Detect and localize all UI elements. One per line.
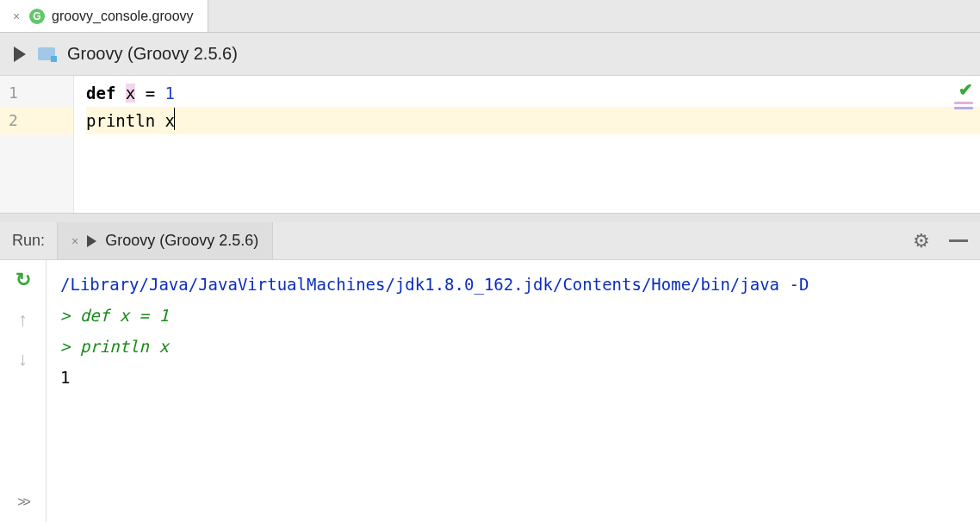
text-cursor: [174, 108, 175, 130]
file-tab-title: groovy_console.groovy: [52, 9, 194, 24]
close-tab-icon[interactable]: ×: [10, 9, 22, 23]
checkmark-icon: ✔: [958, 80, 973, 99]
line-gutter: 1 2: [0, 76, 74, 213]
gear-icon[interactable]: ⚙: [913, 230, 930, 252]
code-line[interactable]: def x = 1: [86, 79, 980, 107]
panel-separator[interactable]: [0, 214, 980, 222]
code-line[interactable]: println x: [86, 107, 980, 134]
rerun-icon[interactable]: ↻: [16, 269, 31, 291]
console-output[interactable]: /Library/Java/JavaVirtualMachines/jdk1.8…: [47, 260, 980, 522]
keyword-token: def: [86, 84, 115, 103]
editor-toolbar: Groovy (Groovy 2.5.6): [0, 33, 980, 76]
file-tab[interactable]: × G groovy_console.groovy: [0, 0, 208, 32]
analysis-status[interactable]: ✔: [958, 79, 973, 100]
minimize-icon[interactable]: [949, 239, 968, 242]
console-command-line: /Library/Java/JavaVirtualMachines/jdk1.8…: [60, 269, 980, 300]
error-stripes[interactable]: [954, 102, 973, 109]
expand-icon[interactable]: >>: [17, 494, 28, 510]
editor-tab-bar: × G groovy_console.groovy: [0, 0, 980, 33]
arrow-down-icon[interactable]: ↓: [18, 348, 28, 370]
run-config-tab[interactable]: × Groovy (Groovy 2.5.6): [57, 222, 273, 259]
variable-token: x: [126, 84, 135, 103]
text-token: [115, 84, 125, 103]
run-panel-header: Run: × Groovy (Groovy 2.5.6) ⚙: [0, 222, 980, 260]
console-output-line: 1: [60, 362, 980, 393]
run-button-icon[interactable]: [14, 47, 26, 62]
close-run-tab-icon[interactable]: ×: [71, 234, 78, 248]
code-editor[interactable]: 1 2 def x = 1 println x ✔: [0, 76, 980, 214]
groovy-file-icon: G: [29, 9, 45, 24]
run-panel-label: Run:: [12, 232, 57, 250]
stripe-marker[interactable]: [954, 102, 973, 104]
script-context-label: Groovy (Groovy 2.5.6): [67, 44, 238, 64]
stripe-marker[interactable]: [954, 107, 973, 109]
run-sidebar: ↻ ↑ ↓ >>: [0, 260, 47, 522]
console-echo-line: > def x = 1: [60, 300, 980, 331]
run-tab-title: Groovy (Groovy 2.5.6): [105, 232, 258, 250]
code-content[interactable]: def x = 1 println x: [74, 76, 980, 213]
run-panel-body: ↻ ↑ ↓ >> /Library/Java/JavaVirtualMachin…: [0, 260, 980, 522]
arrow-up-icon[interactable]: ↑: [18, 308, 28, 331]
line-number[interactable]: 1: [0, 79, 73, 107]
line-number[interactable]: 2: [0, 107, 73, 134]
run-panel-tools: ⚙: [913, 230, 968, 252]
folder-icon: [38, 47, 55, 60]
text-token: =: [135, 84, 164, 103]
play-icon: [87, 235, 96, 247]
text-token: println: [86, 111, 165, 130]
number-token: 1: [165, 84, 175, 103]
console-echo-line: > println x: [60, 331, 980, 362]
